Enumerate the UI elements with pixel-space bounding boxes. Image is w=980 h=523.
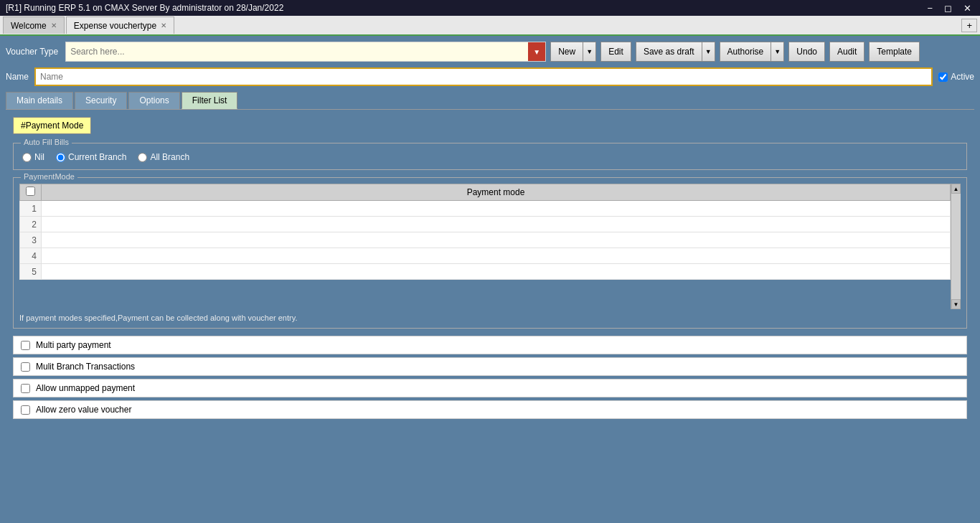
- auto-fill-bills-group: Auto Fill Bills Nil Current Branch All B…: [13, 143, 967, 170]
- tab-expense-close[interactable]: ✕: [161, 22, 166, 29]
- table-scroll[interactable]: Payment mode 1 2: [19, 184, 961, 309]
- row-data-2[interactable]: [42, 217, 951, 232]
- row-num-3: 3: [20, 232, 42, 248]
- auto-fill-bills-legend: Auto Fill Bills: [21, 138, 72, 146]
- template-button[interactable]: Template: [869, 42, 920, 62]
- toolbar: Voucher Type ▼ New ▼ Edit Save as draft …: [6, 42, 974, 62]
- row-data-3[interactable]: [42, 232, 951, 248]
- checkbox-multi-party-label: Multi party payment: [36, 340, 111, 350]
- undo-button[interactable]: Undo: [788, 42, 825, 62]
- authorise-button[interactable]: Authorise: [720, 42, 772, 62]
- tab-bar: Welcome ✕ Expense vouchertype ✕ +: [0, 16, 980, 36]
- scroll-up-button[interactable]: ▲: [951, 184, 961, 194]
- save-draft-button-group: Save as draft ▼: [636, 42, 715, 62]
- radio-current-branch-label: Current Branch: [68, 152, 126, 162]
- radio-nil-label: Nil: [34, 152, 44, 162]
- payment-table: Payment mode 1 2: [19, 184, 951, 280]
- active-checkbox[interactable]: [938, 72, 948, 82]
- radio-all-branch-label: All Branch: [150, 152, 189, 162]
- row-num-2: 2: [20, 217, 42, 232]
- name-input[interactable]: [34, 67, 933, 86]
- row-num-4: 4: [20, 248, 42, 264]
- name-label: Name: [6, 72, 29, 82]
- checkbox-multi-party-input[interactable]: [21, 341, 30, 350]
- window-controls: − ◻ ✕: [924, 3, 974, 14]
- auto-fill-radio-group: Nil Current Branch All Branch: [22, 152, 958, 162]
- table-row: 3: [20, 232, 951, 248]
- checkbox-multi-branch[interactable]: Mulit Branch Transactions: [13, 357, 967, 376]
- payment-table-container: Payment mode 1 2: [19, 184, 961, 309]
- row-data-1[interactable]: [42, 201, 951, 217]
- radio-current-branch-input[interactable]: [56, 153, 65, 162]
- tab-welcome-label: Welcome: [11, 21, 47, 31]
- form-body: #Payment Mode Auto Fill Bills Nil Curren…: [6, 110, 974, 429]
- name-row: Name Active: [6, 67, 974, 86]
- active-checkbox-label[interactable]: Active: [938, 72, 974, 82]
- authorise-dropdown-arrow[interactable]: ▼: [771, 42, 784, 62]
- radio-all-branch-input[interactable]: [138, 153, 147, 162]
- add-tab-button[interactable]: +: [961, 19, 977, 32]
- new-button[interactable]: New: [550, 42, 583, 62]
- minimize-button[interactable]: −: [924, 3, 936, 14]
- tab-security[interactable]: Security: [75, 92, 127, 109]
- tab-filter-list[interactable]: Filter List: [182, 92, 238, 109]
- row-num-1: 1: [20, 201, 42, 217]
- payment-mode-button[interactable]: #Payment Mode: [13, 117, 91, 134]
- checkbox-multi-branch-input[interactable]: [21, 362, 30, 372]
- authorise-button-group: Authorise ▼: [720, 42, 785, 62]
- select-all-checkbox[interactable]: [26, 187, 35, 196]
- checkbox-multi-branch-label: Mulit Branch Transactions: [36, 362, 135, 372]
- tab-main-details[interactable]: Main details: [6, 92, 73, 109]
- table-row: 2: [20, 217, 951, 232]
- row-data-4[interactable]: [42, 248, 951, 264]
- app-title: [R1] Running ERP 5.1 on CMAX Server By a…: [6, 3, 283, 13]
- voucher-type-label: Voucher Type: [6, 47, 58, 57]
- checkbox-zero-value-input[interactable]: [21, 405, 30, 415]
- restore-button[interactable]: ◻: [941, 3, 955, 14]
- radio-all-branch[interactable]: All Branch: [138, 152, 189, 162]
- row-data-5[interactable]: [42, 264, 951, 280]
- tab-options[interactable]: Options: [128, 92, 179, 109]
- audit-button[interactable]: Audit: [829, 42, 864, 62]
- close-button[interactable]: ✕: [961, 3, 974, 14]
- new-dropdown-arrow[interactable]: ▼: [583, 42, 596, 62]
- table-header-payment-mode: Payment mode: [42, 184, 951, 201]
- title-bar: [R1] Running ERP 5.1 on CMAX Server By a…: [0, 0, 980, 16]
- payment-mode-group: PaymentMode Payment mode 1: [13, 177, 967, 329]
- dropdown-arrow-icon[interactable]: ▼: [528, 42, 545, 61]
- scroll-down-button[interactable]: ▼: [951, 299, 961, 309]
- radio-nil[interactable]: Nil: [22, 152, 44, 162]
- tab-welcome-close[interactable]: ✕: [51, 22, 57, 29]
- table-scrollbar[interactable]: ▲ ▼: [951, 184, 961, 309]
- checkbox-unmapped-label: Allow unmapped payment: [36, 383, 135, 393]
- form-tabs: Main details Security Options Filter Lis…: [6, 92, 974, 110]
- tab-expense-label: Expense vouchertype: [74, 21, 156, 31]
- checkbox-unmapped[interactable]: Allow unmapped payment: [13, 379, 967, 397]
- main-content: Voucher Type ▼ New ▼ Edit Save as draft …: [0, 36, 980, 523]
- checkbox-zero-value-label: Allow zero value voucher: [36, 405, 131, 415]
- new-button-group: New ▼: [550, 42, 596, 62]
- save-draft-button[interactable]: Save as draft: [636, 42, 702, 62]
- payment-mode-legend: PaymentMode: [21, 172, 77, 181]
- table-row: 1: [20, 201, 951, 217]
- checkbox-multi-party[interactable]: Multi party payment: [13, 336, 967, 354]
- voucher-type-search[interactable]: ▼: [65, 42, 546, 62]
- tab-welcome[interactable]: Welcome ✕: [3, 17, 65, 34]
- checkbox-list: Multi party payment Mulit Branch Transac…: [13, 336, 967, 419]
- checkbox-zero-value[interactable]: Allow zero value voucher: [13, 400, 967, 419]
- radio-current-branch[interactable]: Current Branch: [56, 152, 126, 162]
- row-num-5: 5: [20, 264, 42, 280]
- tab-expense-vouchertype[interactable]: Expense vouchertype ✕: [66, 17, 174, 34]
- edit-button[interactable]: Edit: [600, 42, 631, 62]
- checkbox-unmapped-input[interactable]: [21, 384, 30, 393]
- active-label: Active: [951, 72, 974, 82]
- table-row: 5: [20, 264, 951, 280]
- payment-info-text: If payment modes specified,Payment can b…: [19, 314, 961, 322]
- save-draft-dropdown-arrow[interactable]: ▼: [702, 42, 715, 62]
- search-input[interactable]: [66, 47, 528, 57]
- radio-nil-input[interactable]: [22, 153, 32, 162]
- table-row: 4: [20, 248, 951, 264]
- table-header-checkbox: [20, 184, 42, 201]
